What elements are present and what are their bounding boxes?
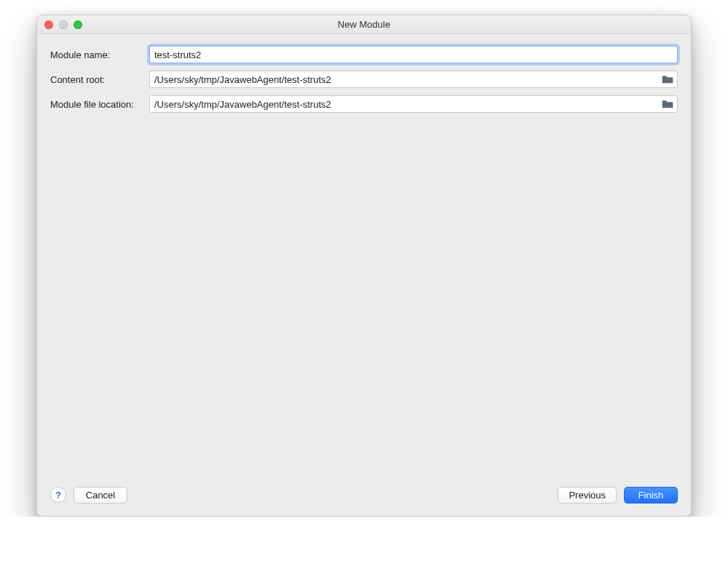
window-title: New Module [338, 19, 390, 30]
help-button[interactable]: ? [50, 487, 66, 503]
folder-icon[interactable] [662, 74, 673, 84]
label-content-root: Content root: [50, 74, 143, 85]
row-module-name: Module name: [50, 46, 678, 63]
zoom-icon[interactable] [74, 20, 82, 29]
module-file-location-input[interactable] [149, 95, 678, 113]
folder-icon[interactable] [662, 99, 673, 109]
label-module-file-location: Module file location: [50, 99, 143, 110]
close-icon[interactable] [44, 20, 53, 29]
label-module-name: Module name: [50, 49, 143, 60]
new-module-window: New Module Module name: Content root: Mo… [36, 15, 692, 517]
content-root-input[interactable] [149, 71, 678, 88]
minimize-icon [59, 20, 68, 29]
finish-button[interactable]: Finish [624, 487, 678, 504]
module-name-input[interactable] [149, 46, 678, 63]
previous-button[interactable]: Previous [558, 487, 617, 504]
titlebar: New Module [37, 15, 691, 34]
row-content-root: Content root: [50, 71, 678, 88]
cancel-button[interactable]: Cancel [74, 487, 127, 504]
footer: ? Cancel Previous Finish [37, 482, 691, 516]
row-module-file-location: Module file location: [50, 95, 678, 113]
form-area: Module name: Content root: Module file l… [37, 34, 691, 482]
window-controls [44, 20, 82, 29]
